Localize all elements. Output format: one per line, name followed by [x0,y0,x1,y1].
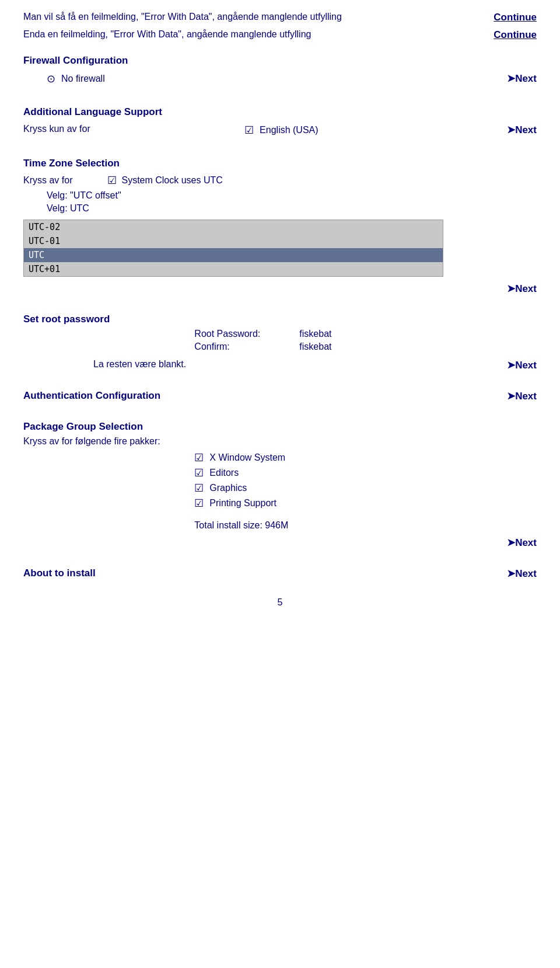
package-checkboxes: ☑ X Window System ☑ Editors ☑ Graphics ☑… [194,451,537,531]
auth-row: Authentication Configuration ➤Next [23,390,537,402]
firewall-radio-icon[interactable]: ⊙ [47,72,55,85]
password-value: fiskebat [299,329,331,339]
root-password-left [23,329,194,354]
about-next-button[interactable]: ➤Next [507,567,537,580]
package-sub-label: Kryss av for følgende fire pakker: [23,436,160,446]
timezone-listbox[interactable]: UTC-02 UTC-01 UTC UTC+01 [23,220,443,277]
timezone-title-block: Time Zone Selection [23,158,537,169]
auth-section: Authentication Configuration ➤Next [23,390,537,402]
confirm-label: Confirm: [194,342,299,352]
root-password-header-row: Set root password [23,314,537,325]
timezone-next-button[interactable]: ➤Next [507,283,537,294]
timezone-velg2: Velg: UTC [47,203,89,213]
language-checkbox-label: English (USA) [260,125,318,135]
language-title-block: Additional Language Support [23,106,162,118]
error-section-2: Enda en feilmelding, "Error With Data", … [23,29,537,41]
timezone-section: Time Zone Selection Kryss av for ☑ Syste… [23,158,537,295]
package-label-2: Graphics [209,483,247,493]
package-item-1: ☑ Editors [194,466,537,479]
tz-item-utc-02[interactable]: UTC-02 [24,220,443,234]
firewall-section: Firewall Configuration ⊙ No firewall ➤Ne… [23,55,537,88]
error-text-1: Man vil så få en feilmelding, "Error Wit… [23,12,449,22]
timezone-kryss-label: Kryss av for [23,175,72,186]
tz-item-utc[interactable]: UTC [24,248,443,262]
timezone-checkbox-label: System Clock uses UTC [121,175,222,186]
package-title-block: Package Group Selection [23,421,537,433]
package-checkbox-2[interactable]: ☑ [194,482,204,495]
timezone-velg1: Velg: "UTC offset" [47,190,121,200]
language-sub-label: Kryss kun av for [23,124,90,134]
package-label-0: X Window System [209,452,285,463]
continue-button-2[interactable]: Continue [494,29,537,40]
language-checkbox-row: ☑ English (USA) [244,124,318,137]
root-password-mid: Root Password: fiskebat Confirm: fiskeba… [194,329,537,354]
password-label: Root Password: [194,329,299,339]
error-section-1: Man vil så få en feilmelding, "Error Wit… [23,12,537,23]
package-section: Package Group Selection Kryss av for føl… [23,421,537,549]
firewall-content-row: ⊙ No firewall ➤Next [23,72,537,88]
language-next-button[interactable]: ➤Next [507,124,537,135]
tz-item-utc+01[interactable]: UTC+01 [24,262,443,276]
language-sub-block: Kryss kun av for [23,124,90,134]
package-content-row: ☑ X Window System ☑ Editors ☑ Graphics ☑… [23,451,537,531]
root-password-note-block: La resten være blankt. [93,359,186,371]
language-header-row: Additional Language Support [23,106,537,118]
firewall-title-block: Firewall Configuration [23,55,128,67]
confirm-row: Confirm: fiskebat [194,342,537,352]
language-content-row: Kryss kun av for ☑ English (USA) ➤Next [23,124,537,139]
package-next-button[interactable]: ➤Next [507,537,537,548]
about-row: About to install ➤Next [23,567,537,580]
firewall-radio-block: ⊙ No firewall [47,72,105,88]
root-password-note: La resten være blankt. [93,359,186,369]
package-item-2: ☑ Graphics [194,482,537,495]
package-total-block: Total install size: 946M [194,520,537,531]
package-label-1: Editors [209,468,239,478]
root-password-section: Set root password Root Password: fiskeba… [23,314,537,371]
timezone-checkbox-icon[interactable]: ☑ [107,174,117,187]
language-section: Additional Language Support Kryss kun av… [23,106,537,139]
package-title: Package Group Selection [23,421,143,432]
auth-title: Authentication Configuration [23,390,160,402]
root-password-next-button[interactable]: ➤Next [507,360,537,371]
firewall-title: Firewall Configuration [23,55,128,66]
error-text-2: Enda en feilmelding, "Error With Data", … [23,29,449,40]
language-next-block: ➤Next [449,124,537,136]
timezone-velg2-block: Velg: UTC [23,203,537,214]
timezone-title: Time Zone Selection [23,158,120,169]
language-title: Additional Language Support [23,106,162,117]
package-item-3: ☑ Printing Support [194,497,537,510]
error-message-2: Enda en feilmelding, "Error With Data", … [23,29,311,39]
package-next-block: ➤Next [23,537,537,549]
page-container: Man vil så få en feilmelding, "Error Wit… [0,0,560,631]
continue-button-1[interactable]: Continue [494,12,537,23]
package-item-0: ☑ X Window System [194,451,537,464]
confirm-value: fiskebat [299,342,331,352]
firewall-next-block: ➤Next [449,72,537,85]
firewall-radio-row: ⊙ No firewall [47,72,105,85]
firewall-header-row: Firewall Configuration [23,55,537,67]
timezone-velg1-block: Velg: "UTC offset" [23,190,537,201]
page-number: 5 [23,597,537,608]
firewall-next-button[interactable]: ➤Next [507,73,537,84]
auth-next-button[interactable]: ➤Next [507,390,537,402]
package-checkbox-1[interactable]: ☑ [194,466,204,479]
package-checkbox-0[interactable]: ☑ [194,451,204,464]
package-checkbox-3[interactable]: ☑ [194,497,204,510]
package-total: Total install size: 946M [194,520,288,530]
language-checkbox-icon[interactable]: ☑ [244,124,254,137]
about-section: About to install ➤Next [23,567,537,580]
password-row: Root Password: fiskebat [194,329,537,339]
root-password-next-block: ➤Next [507,359,537,371]
package-label-3: Printing Support [209,498,276,509]
error-message-1: Man vil så få en feilmelding, "Error Wit… [23,12,342,22]
package-sub-block: Kryss av for følgende fire pakker: [23,436,537,447]
package-left-spacer [23,451,194,531]
root-password-title: Set root password [23,314,110,325]
about-title: About to install [23,567,96,580]
timezone-checkbox-row: Kryss av for ☑ System Clock uses UTC [23,174,537,187]
language-checkbox-block: ☑ English (USA) [244,124,318,139]
continue-btn-2-container: Continue [449,29,537,41]
tz-item-utc-01[interactable]: UTC-01 [24,234,443,248]
timezone-next-block: ➤Next [23,283,537,295]
continue-btn-1-container: Continue [449,12,537,23]
